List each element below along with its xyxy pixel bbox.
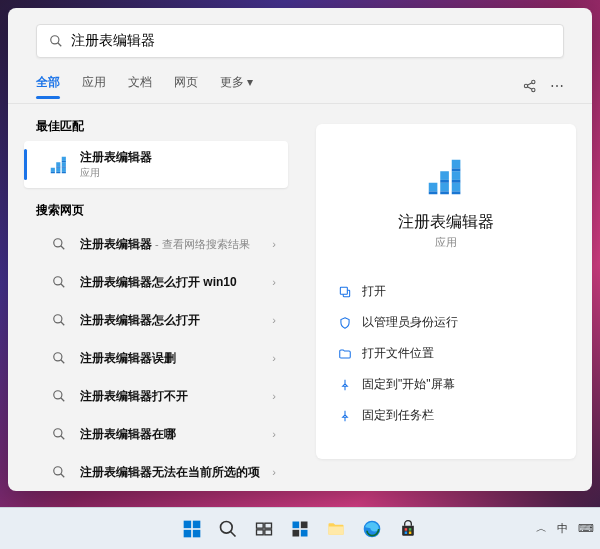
best-match-title: 注册表编辑器 [80, 149, 276, 166]
chevron-right-icon: › [272, 276, 276, 288]
svg-rect-7 [51, 167, 55, 171]
svg-point-31 [54, 467, 62, 475]
web-result-item[interactable]: 注册表编辑器打不开› [24, 377, 288, 415]
tab-apps[interactable]: 应用 [82, 74, 106, 97]
preview-pane: 注册表编辑器 应用 打开 以管理员身份运行 打开文件位置 [300, 104, 592, 491]
svg-rect-10 [56, 162, 60, 166]
ime-indicator[interactable]: 中 [557, 521, 568, 536]
file-explorer-button[interactable] [319, 512, 353, 546]
svg-rect-54 [257, 523, 264, 528]
tab-more[interactable]: 更多 ▾ [220, 74, 253, 97]
chevron-right-icon: › [272, 466, 276, 478]
search-icon [48, 461, 70, 483]
svg-rect-55 [265, 523, 272, 528]
store-button[interactable] [391, 512, 425, 546]
taskbar: ︿ 中 ⌨ [0, 507, 600, 549]
web-result-item[interactable]: 注册表编辑器误删› [24, 339, 288, 377]
svg-rect-61 [301, 529, 308, 536]
search-icon [49, 34, 63, 48]
action-open[interactable]: 打开 [334, 276, 558, 307]
svg-point-29 [54, 429, 62, 437]
search-icon [48, 233, 70, 255]
web-result-item[interactable]: 注册表编辑器怎么打开› [24, 301, 288, 339]
svg-rect-15 [62, 171, 66, 172]
svg-line-26 [61, 360, 65, 364]
svg-rect-60 [293, 529, 300, 536]
svg-line-1 [58, 43, 62, 47]
svg-line-20 [61, 246, 65, 250]
web-result-title: 注册表编辑器打不开 [80, 388, 272, 405]
chevron-right-icon: › [272, 352, 276, 364]
search-icon [48, 347, 70, 369]
svg-rect-51 [193, 529, 201, 537]
edge-button[interactable] [355, 512, 389, 546]
ime-mode-icon[interactable]: ⌨ [578, 522, 594, 535]
scope-tabs: 全部 应用 文档 网页 更多 ▾ ⋯ [36, 74, 564, 97]
tab-docs[interactable]: 文档 [128, 74, 152, 97]
pin-icon [338, 378, 362, 392]
web-result-title: 注册表编辑器无法在当前所选的项 [80, 464, 272, 481]
action-pin-to-taskbar[interactable]: 固定到任务栏 [334, 400, 558, 431]
svg-rect-67 [409, 531, 412, 534]
start-button[interactable] [175, 512, 209, 546]
search-input[interactable] [71, 33, 551, 49]
svg-rect-50 [184, 529, 192, 537]
tab-web[interactable]: 网页 [174, 74, 198, 97]
svg-rect-13 [51, 171, 55, 172]
web-result-title: 注册表编辑器在哪 [80, 426, 272, 443]
svg-rect-38 [440, 171, 449, 180]
folder-icon [338, 347, 362, 361]
svg-rect-59 [301, 521, 308, 528]
svg-rect-56 [257, 529, 264, 534]
regedit-icon [48, 154, 70, 176]
web-result-item[interactable]: 注册表编辑器在哪› [24, 415, 288, 453]
web-result-item[interactable]: 注册表编辑器怎么打开 win10› [24, 263, 288, 301]
action-pin-to-start[interactable]: 固定到"开始"屏幕 [334, 369, 558, 400]
svg-point-0 [51, 36, 59, 44]
web-result-item[interactable]: 注册表编辑器 - 查看网络搜索结果› [24, 225, 288, 263]
chevron-right-icon: › [272, 314, 276, 326]
svg-rect-57 [265, 529, 272, 534]
action-run-as-admin[interactable]: 以管理员身份运行 [334, 307, 558, 338]
svg-point-21 [54, 277, 62, 285]
svg-point-19 [54, 239, 62, 247]
svg-rect-58 [293, 521, 300, 528]
svg-line-24 [61, 322, 65, 326]
svg-line-53 [231, 531, 236, 536]
system-tray: ︿ 中 ⌨ [536, 521, 594, 536]
svg-rect-40 [452, 160, 461, 169]
best-match-item[interactable]: 注册表编辑器 应用 [24, 141, 288, 188]
shield-icon [338, 316, 362, 330]
start-search-flyout: 全部 应用 文档 网页 更多 ▾ ⋯ 最佳匹配 注册表编辑器 应用 搜索网页 注… [8, 8, 592, 491]
web-result-item[interactable]: 注册表编辑器无法在当前所选的项› [24, 453, 288, 491]
web-result-title: 注册表编辑器 - 查看网络搜索结果 [80, 236, 272, 253]
svg-rect-45 [452, 180, 461, 183]
search-icon [48, 271, 70, 293]
preview-title: 注册表编辑器 [334, 212, 558, 233]
widgets-button[interactable] [283, 512, 317, 546]
search-box[interactable] [36, 24, 564, 58]
svg-rect-9 [62, 167, 66, 171]
taskbar-search-button[interactable] [211, 512, 245, 546]
svg-rect-17 [62, 166, 66, 167]
svg-rect-42 [440, 191, 449, 194]
svg-rect-41 [429, 191, 438, 194]
tab-all[interactable]: 全部 [36, 74, 60, 97]
chevron-right-icon: › [272, 238, 276, 250]
share-icon[interactable] [522, 78, 538, 94]
svg-line-28 [61, 398, 65, 402]
chevron-down-icon: ▾ [247, 75, 253, 89]
svg-line-32 [61, 474, 65, 478]
pin-icon [338, 409, 362, 423]
action-open-file-location[interactable]: 打开文件位置 [334, 338, 558, 369]
more-options-icon[interactable]: ⋯ [550, 78, 564, 94]
svg-rect-11 [62, 162, 66, 166]
svg-point-25 [54, 353, 62, 361]
task-view-button[interactable] [247, 512, 281, 546]
chevron-right-icon: › [272, 390, 276, 402]
svg-rect-36 [440, 183, 449, 192]
tray-overflow-icon[interactable]: ︿ [536, 521, 547, 536]
search-icon [48, 423, 70, 445]
svg-line-30 [61, 436, 65, 440]
svg-rect-66 [405, 531, 408, 534]
